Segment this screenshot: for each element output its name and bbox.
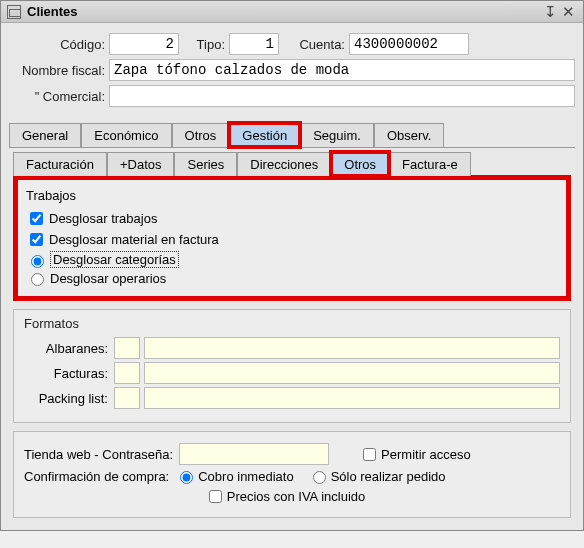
- tienda-password-input[interactable]: [179, 443, 329, 465]
- tab-otros-sub[interactable]: Otros: [331, 152, 389, 176]
- desglosar-trabajos-label: Desglosar trabajos: [49, 211, 157, 226]
- window-clientes: Clientes ↧ ✕ Código: Tipo: Cuenta: Nombr…: [0, 0, 584, 531]
- formatos-panel: Formatos Albaranes: Facturas: Packing li…: [13, 309, 571, 423]
- formatos-title: Formatos: [24, 316, 560, 331]
- trabajos-title: Trabajos: [26, 188, 560, 203]
- titlebar[interactable]: Clientes ↧ ✕: [1, 1, 583, 23]
- close-icon[interactable]: ✕: [559, 5, 577, 19]
- confirmacion-label: Confirmación de compra:: [24, 469, 169, 484]
- albaranes-input-a[interactable]: [114, 337, 140, 359]
- packing-label: Packing list:: [24, 391, 114, 406]
- packing-input-a[interactable]: [114, 387, 140, 409]
- comercial-label: " Comercial:: [9, 89, 109, 104]
- precios-iva-label: Precios con IVA incluido: [227, 489, 366, 504]
- window-title: Clientes: [27, 4, 541, 19]
- desglosar-operarios-label: Desglosar operarios: [50, 271, 166, 286]
- tab-general[interactable]: General: [9, 123, 81, 147]
- cuenta-label: Cuenta:: [279, 37, 349, 52]
- desglosar-categorias-radio[interactable]: [31, 255, 44, 268]
- codigo-label: Código:: [9, 37, 109, 52]
- tab-seguim[interactable]: Seguim.: [300, 123, 374, 147]
- facturas-label: Facturas:: [24, 366, 114, 381]
- tipo-label: Tipo:: [179, 37, 229, 52]
- trabajos-panel: Trabajos Desglosar trabajos Desglosar ma…: [13, 175, 571, 301]
- precios-iva-checkbox[interactable]: [209, 490, 222, 503]
- tab-mas-datos[interactable]: +Datos: [107, 152, 175, 176]
- comercial-input[interactable]: [109, 85, 575, 107]
- header-form: Código: Tipo: Cuenta: Nombre fiscal: " C…: [1, 23, 583, 117]
- codigo-input[interactable]: [109, 33, 179, 55]
- permitir-acceso-checkbox[interactable]: [363, 448, 376, 461]
- tab-factura-e[interactable]: Factura-e: [389, 152, 471, 176]
- cobro-inmediato-radio[interactable]: [180, 471, 193, 484]
- tab-direcciones[interactable]: Direcciones: [237, 152, 331, 176]
- desglosar-categorias-label: Desglosar categorías: [50, 251, 179, 268]
- albaranes-label: Albaranes:: [24, 341, 114, 356]
- tab-gestion[interactable]: Gestión: [229, 123, 300, 147]
- minimize-icon[interactable]: ↧: [541, 5, 559, 19]
- tab-otros-main[interactable]: Otros: [172, 123, 230, 147]
- cobro-inmediato-label: Cobro inmediato: [198, 469, 293, 484]
- tab-economico[interactable]: Económico: [81, 123, 171, 147]
- tabs-main: General Económico Otros Gestión Seguim. …: [9, 123, 575, 148]
- nombre-fiscal-label: Nombre fiscal:: [9, 63, 109, 78]
- tab-facturacion[interactable]: Facturación: [13, 152, 107, 176]
- tabs-sub: Facturación +Datos Series Direcciones Ot…: [13, 152, 571, 177]
- tipo-input[interactable]: [229, 33, 279, 55]
- permitir-acceso-label: Permitir acceso: [381, 447, 471, 462]
- facturas-input-b[interactable]: [144, 362, 560, 384]
- desglosar-material-label: Desglosar material en factura: [49, 232, 219, 247]
- desglosar-material-checkbox[interactable]: [30, 233, 43, 246]
- packing-input-b[interactable]: [144, 387, 560, 409]
- solo-realizar-label: Sólo realizar pedido: [331, 469, 446, 484]
- solo-realizar-radio[interactable]: [313, 471, 326, 484]
- window-icon: [7, 5, 21, 19]
- tab-observ[interactable]: Observ.: [374, 123, 445, 147]
- albaranes-input-b[interactable]: [144, 337, 560, 359]
- tab-series[interactable]: Series: [174, 152, 237, 176]
- tienda-password-label: Tienda web - Contraseña:: [24, 447, 173, 462]
- desglosar-operarios-radio[interactable]: [31, 273, 44, 286]
- cuenta-input[interactable]: [349, 33, 469, 55]
- tienda-panel: Tienda web - Contraseña: Permitir acceso…: [13, 431, 571, 518]
- facturas-input-a[interactable]: [114, 362, 140, 384]
- nombre-fiscal-input[interactable]: [109, 59, 575, 81]
- desglosar-trabajos-checkbox[interactable]: [30, 212, 43, 225]
